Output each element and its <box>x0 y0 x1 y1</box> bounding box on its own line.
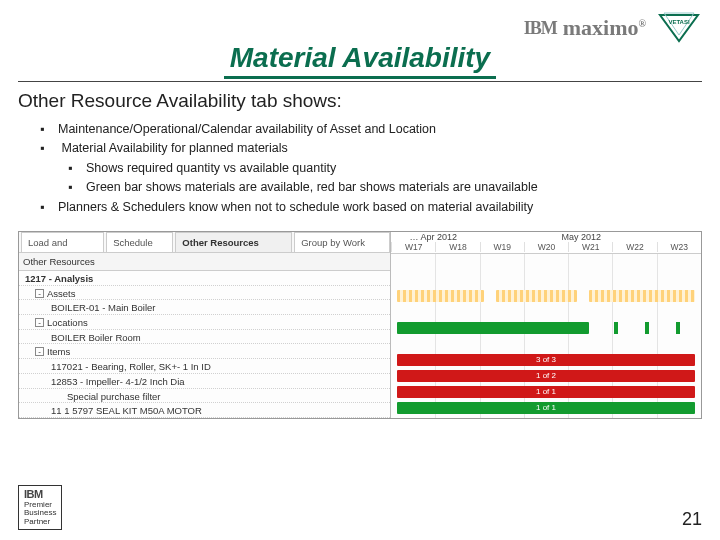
tree-row[interactable]: BOILER-01 - Main Boiler <box>19 300 390 315</box>
month-label: May 2012 <box>562 232 602 242</box>
ibm-logo: IBM <box>524 18 557 39</box>
tab-schedule-costs[interactable]: Schedule Costs <box>106 232 173 252</box>
calendar-header: … Apr 2012 May 2012 W17 W18 W19 W20 W21 … <box>391 232 701 254</box>
left-header: Other Resources <box>19 253 390 271</box>
material-bar-red: 1 of 2 <box>397 370 695 382</box>
tree-row[interactable]: -Locations <box>19 315 390 330</box>
ibm-partner-badge: IBM Premier Business Partner <box>18 485 62 530</box>
bullet-item: Material Availability for planned materi… <box>58 139 702 197</box>
week-label: W18 <box>435 242 479 252</box>
availability-tick <box>645 322 649 334</box>
bullet-item: Maintenance/Operational/Calendar availab… <box>58 120 702 139</box>
collapse-icon[interactable]: - <box>35 347 44 356</box>
material-bar-green: 1 of 1 <box>397 402 695 414</box>
tree-row[interactable]: -Assets <box>19 286 390 301</box>
week-label: W21 <box>568 242 612 252</box>
gantt-row-item: 1 of 1 <box>391 384 701 400</box>
availability-tick <box>676 322 680 334</box>
sub-bullet-item: Green bar shows materials are available,… <box>86 178 702 197</box>
gantt-row-location <box>391 320 701 336</box>
tree-row[interactable]: 12853 - Impeller- 4-1/2 Inch Dia <box>19 374 390 389</box>
material-bar-red: 3 of 3 <box>397 354 695 366</box>
tab-group-by[interactable]: Group by Work Property <box>294 232 390 252</box>
svg-text:VETASI: VETASI <box>668 19 690 25</box>
embedded-screenshot: Load and Availability Schedule Costs Oth… <box>18 231 702 419</box>
gantt-row-item: 3 of 3 <box>391 352 701 368</box>
week-label: W20 <box>524 242 568 252</box>
collapse-icon[interactable]: - <box>35 289 44 298</box>
material-bar-red: 1 of 1 <box>397 386 695 398</box>
bullet-list: Maintenance/Operational/Calendar availab… <box>58 120 702 217</box>
availability-tick <box>614 322 618 334</box>
bullet-item: Planners & Schedulers know when not to s… <box>58 198 702 217</box>
gantt-row-asset <box>391 288 701 304</box>
tree-row[interactable]: 117021 - Bearing, Roller, SK+- 1 In ID <box>19 359 390 374</box>
title-underline <box>18 81 702 82</box>
calendar-grid: 3 of 3 1 of 2 1 of 1 1 of 1 <box>391 254 701 418</box>
tree-row[interactable]: 11 1 5797 SEAL KIT M50A MOTOR <box>19 403 390 418</box>
tab-load-availability[interactable]: Load and Availability <box>21 232 104 252</box>
availability-bar <box>397 322 589 334</box>
week-label: W17 <box>391 242 435 252</box>
availability-bar <box>496 290 577 302</box>
footer-badge: IBM Premier Business Partner <box>18 485 62 530</box>
screenshot-left-pane: Load and Availability Schedule Costs Oth… <box>19 232 391 418</box>
tab-row: Load and Availability Schedule Costs Oth… <box>19 232 390 253</box>
vetasi-logo: VETASI <box>656 11 702 45</box>
page-number: 21 <box>682 509 702 530</box>
month-label: … Apr 2012 <box>410 232 458 242</box>
week-label: W19 <box>480 242 524 252</box>
sub-bullet-item: Shows required quantity vs available qua… <box>86 159 702 178</box>
page-title: Material Availability <box>224 42 496 79</box>
availability-bar <box>589 290 694 302</box>
tree-row[interactable]: -Items <box>19 344 390 359</box>
availability-bar <box>397 290 484 302</box>
gantt-row-item: 1 of 2 <box>391 368 701 384</box>
screenshot-gantt-pane: … Apr 2012 May 2012 W17 W18 W19 W20 W21 … <box>391 232 701 418</box>
tree-row[interactable]: BOILER Boiler Room <box>19 330 390 345</box>
group-label: 1217 - Analysis <box>19 271 390 286</box>
collapse-icon[interactable]: - <box>35 318 44 327</box>
gantt-row-item: 1 of 1 <box>391 400 701 416</box>
subhead: Other Resource Availability tab shows: <box>18 90 702 112</box>
maximo-logo: maximo® <box>563 15 646 41</box>
tree-row[interactable]: Special purchase filter <box>19 389 390 404</box>
week-label: W22 <box>612 242 656 252</box>
week-label: W23 <box>657 242 701 252</box>
tab-other-resources[interactable]: Other Resources Availability <box>175 232 292 252</box>
